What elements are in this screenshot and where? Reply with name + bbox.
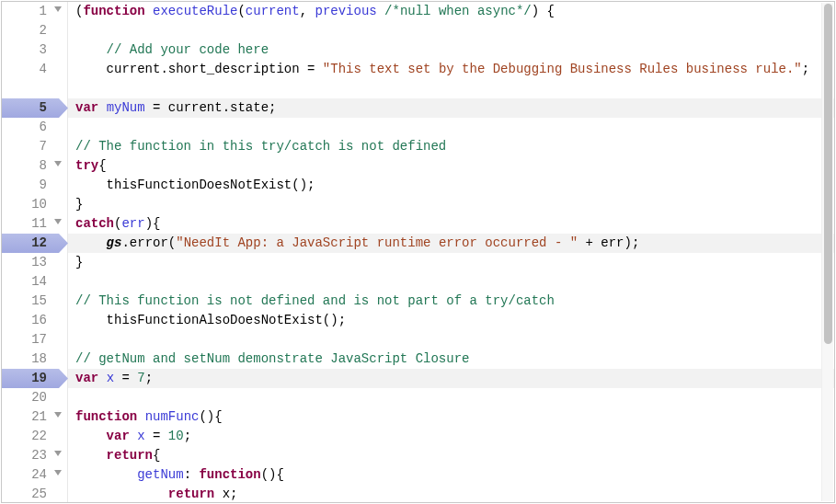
line-number: 9: [25, 176, 47, 195]
code-line-16[interactable]: thisFunctionAlsoDoesNotExist();: [75, 311, 834, 330]
code-line-3[interactable]: // Add your code here: [75, 40, 834, 60]
code-line-2[interactable]: [75, 21, 834, 40]
line-number: 14: [25, 272, 47, 292]
line-number: 3: [25, 40, 47, 60]
code-line-13[interactable]: }: [75, 253, 834, 272]
gutter-line-18[interactable]: 18: [2, 349, 67, 369]
code-line-1[interactable]: (function executeRule(current, previous …: [75, 2, 834, 21]
scrollbar-thumb[interactable]: [824, 4, 832, 344]
fold-toggle-icon[interactable]: [54, 161, 62, 166]
code-line-6[interactable]: [75, 118, 834, 137]
code-text: // getNum and setNum demonstrate JavaScr…: [75, 349, 469, 369]
gutter-line-12[interactable]: 12: [2, 234, 67, 253]
code-text: }: [75, 253, 83, 272]
code-line-4[interactable]: current.short_description = "This text s…: [75, 60, 834, 98]
scrollbar-track[interactable]: [821, 3, 833, 501]
gutter-line-15[interactable]: 15: [2, 292, 67, 311]
gutter-line-17[interactable]: 17: [2, 330, 67, 349]
code-text: return x;: [75, 485, 237, 502]
code-text: var x = 7;: [75, 369, 153, 388]
fold-toggle-icon[interactable]: [54, 451, 62, 456]
code-line-8[interactable]: try{: [75, 156, 834, 176]
code-line-22[interactable]: var x = 10;: [75, 427, 834, 446]
code-text: gs.error("NeedIt App: a JavaScript runti…: [75, 234, 639, 253]
code-text: // This function is not defined and is n…: [75, 292, 555, 311]
line-number: 18: [25, 349, 47, 369]
gutter-line-23[interactable]: 23: [2, 446, 67, 465]
code-text: thisFunctionAlsoDoesNotExist();: [75, 311, 346, 330]
code-line-14[interactable]: [75, 272, 834, 292]
code-line-12[interactable]: gs.error("NeedIt App: a JavaScript runti…: [75, 234, 834, 253]
gutter-line-22[interactable]: 22: [2, 427, 67, 446]
gutter-line-1[interactable]: 1: [2, 2, 67, 21]
code-text: var x = 10;: [75, 427, 191, 446]
fold-toggle-icon[interactable]: [54, 470, 62, 475]
code-line-18[interactable]: // getNum and setNum demonstrate JavaScr…: [75, 349, 834, 369]
gutter-line-9[interactable]: 9: [2, 176, 67, 195]
line-number: 19: [25, 369, 47, 388]
fold-toggle-icon[interactable]: [54, 412, 62, 418]
code-line-5[interactable]: var myNum = current.state;: [75, 98, 834, 118]
code-text: var myNum = current.state;: [75, 98, 276, 118]
line-number: 8: [25, 156, 47, 176]
line-number: 2: [25, 21, 47, 40]
code-text: return{: [75, 446, 160, 465]
line-number: 1: [25, 2, 47, 21]
gutter-line-20[interactable]: 20: [2, 388, 67, 407]
gutter-line-2[interactable]: 2: [2, 21, 67, 40]
line-number: 7: [25, 137, 47, 156]
gutter-line-7[interactable]: 7: [2, 137, 67, 156]
code-line-25[interactable]: return x;: [75, 485, 834, 502]
line-number: 5: [25, 98, 47, 118]
code-line-15[interactable]: // This function is not defined and is n…: [75, 292, 834, 311]
code-line-20[interactable]: [75, 388, 834, 407]
gutter-line-24[interactable]: 24: [2, 465, 67, 485]
gutter-line-19[interactable]: 19: [2, 369, 67, 388]
gutter-line-5[interactable]: 5: [2, 98, 67, 118]
line-number: 16: [25, 311, 47, 330]
gutter-line-3[interactable]: 3: [2, 40, 67, 60]
code-text: try{: [75, 156, 107, 176]
gutter-line-6[interactable]: 6: [2, 118, 67, 137]
line-number: 11: [25, 214, 47, 234]
gutter-line-16[interactable]: 16: [2, 311, 67, 330]
code-line-21[interactable]: function numFunc(){: [75, 407, 834, 427]
gutter-line-13[interactable]: 13: [2, 253, 67, 272]
code-line-19[interactable]: var x = 7;: [75, 369, 834, 388]
fold-toggle-icon[interactable]: [54, 219, 62, 224]
editor-body: 1234567891011121314151617181920212223242…: [2, 2, 834, 502]
line-number: 15: [25, 292, 47, 311]
gutter-line-4[interactable]: 4: [2, 60, 67, 98]
line-number: 21: [25, 407, 47, 427]
code-text: // Add your code here: [75, 40, 269, 60]
code-line-10[interactable]: }: [75, 195, 834, 214]
line-number: 4: [25, 60, 47, 98]
code-line-23[interactable]: return{: [75, 446, 834, 465]
scroll-container[interactable]: 1234567891011121314151617181920212223242…: [2, 2, 834, 502]
line-number: 12: [25, 234, 47, 253]
gutter-line-10[interactable]: 10: [2, 195, 67, 214]
code-line-17[interactable]: [75, 330, 834, 349]
code-line-9[interactable]: thisFunctionDoesNotExist();: [75, 176, 834, 195]
code-line-7[interactable]: // The function in this try/catch is not…: [75, 137, 834, 156]
line-number: 22: [25, 427, 47, 446]
line-number: 17: [25, 330, 47, 349]
gutter-line-11[interactable]: 11: [2, 214, 67, 234]
code-area[interactable]: (function executeRule(current, previous …: [68, 2, 834, 502]
code-editor: 1234567891011121314151617181920212223242…: [1, 1, 835, 503]
code-text: getNum: function(){: [75, 465, 284, 485]
code-text: thisFunctionDoesNotExist();: [75, 176, 315, 195]
code-line-24[interactable]: getNum: function(){: [75, 465, 834, 485]
line-number: 25: [25, 485, 47, 502]
line-number: 10: [25, 195, 47, 214]
gutter-line-25[interactable]: 25: [2, 485, 67, 502]
gutter-line-21[interactable]: 21: [2, 407, 67, 427]
gutter-line-14[interactable]: 14: [2, 272, 67, 292]
gutter[interactable]: 1234567891011121314151617181920212223242…: [2, 2, 68, 502]
line-number: 23: [25, 446, 47, 465]
gutter-line-8[interactable]: 8: [2, 156, 67, 176]
code-line-11[interactable]: catch(err){: [75, 214, 834, 234]
fold-toggle-icon[interactable]: [54, 6, 62, 12]
line-number: 13: [25, 253, 47, 272]
code-text: }: [75, 195, 83, 214]
